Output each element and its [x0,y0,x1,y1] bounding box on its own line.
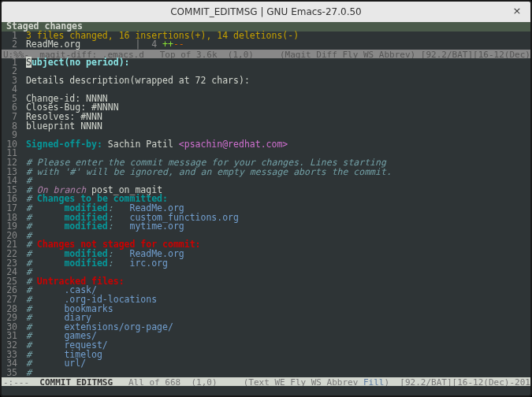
line-number: 2 [2,67,20,76]
window-title: COMMIT_EDITMSG | GNU Emacs-27.0.50 [170,6,362,17]
emacs-window: COMMIT_EDITMSG | GNU Emacs-27.0.50 × Sta… [0,0,532,397]
cursor: S [26,57,32,68]
line-number: 1 [2,58,20,68]
minibuffer[interactable] [2,386,530,395]
buffer-name: COMMIT_EDITMSG [39,377,113,386]
commit-subject-line[interactable]: Subject(no period): [20,58,530,68]
line-number: 2 [2,40,20,50]
line-number: 4 [2,85,20,95]
line-number: 3 [2,76,20,86]
close-icon[interactable]: × [510,4,524,18]
line-number: 8 [2,122,20,132]
editor-content: Staged changes 1 3 files changed, 16 ins… [2,22,530,395]
line-number: 1 [2,32,20,41]
diff-file-row: ReadMe.org | 4 ++-- [20,40,530,50]
line-number: 35 [2,369,20,378]
commit-editmsg-pane[interactable]: 1 Subject(no period): 2 3 Details descri… [2,58,530,378]
magit-diff-pane[interactable]: Staged changes 1 3 files changed, 16 ins… [2,22,530,50]
title-bar[interactable]: COMMIT_EDITMSG | GNU Emacs-27.0.50 × [2,2,530,22]
signed-off-line[interactable]: Signed-off-by: Sachin Patil <psachin@red… [20,140,530,150]
modeline-commit[interactable]: -:--- COMMIT_EDITMSG All of 668 (1,0) (T… [2,377,530,386]
line-number: 5 [2,95,20,104]
line-number: 7 [2,113,20,122]
line-number: 6 [2,103,20,113]
